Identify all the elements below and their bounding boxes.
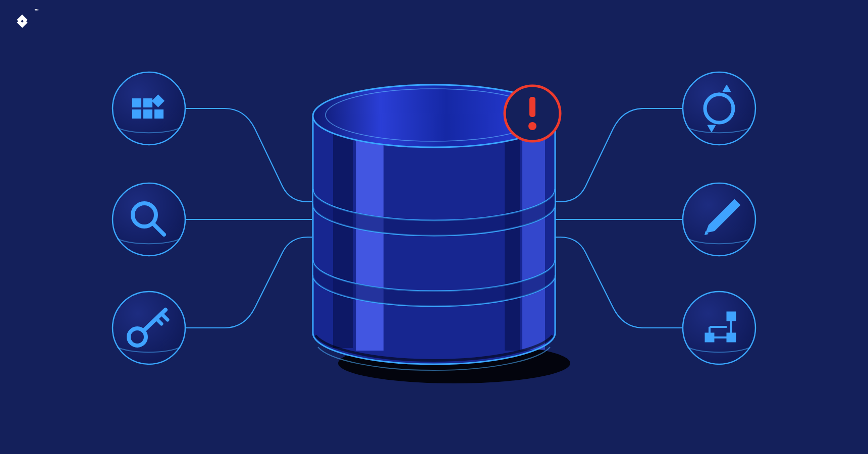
svg-rect-0 bbox=[333, 124, 353, 348]
svg-rect-16 bbox=[132, 98, 141, 107]
svg-rect-44 bbox=[727, 333, 736, 342]
alert-badge bbox=[505, 86, 560, 141]
svg-rect-45 bbox=[727, 312, 736, 321]
svg-rect-3 bbox=[522, 120, 545, 350]
icon-circle bbox=[683, 292, 755, 364]
svg-rect-1 bbox=[356, 121, 384, 351]
svg-rect-43 bbox=[705, 333, 714, 342]
icon-circle bbox=[683, 183, 755, 256]
icon-circle bbox=[683, 72, 755, 145]
svg-point-13 bbox=[528, 122, 536, 130]
svg-rect-20 bbox=[154, 109, 164, 119]
svg-rect-18 bbox=[132, 109, 141, 119]
icon-circle bbox=[113, 292, 185, 364]
icon-circle bbox=[113, 72, 185, 145]
svg-rect-12 bbox=[529, 97, 535, 117]
svg-rect-19 bbox=[143, 109, 152, 119]
diagram-stage bbox=[0, 0, 868, 454]
svg-rect-17 bbox=[143, 98, 152, 107]
svg-rect-2 bbox=[505, 121, 520, 351]
icon-circle bbox=[113, 183, 185, 256]
